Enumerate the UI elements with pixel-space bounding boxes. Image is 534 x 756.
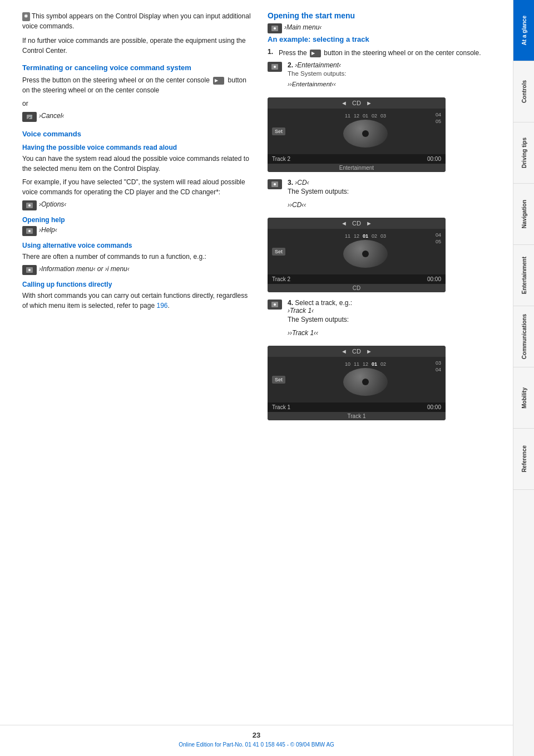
cancel-cmd-text: ›Cancel‹ [39, 112, 64, 120]
cd-body-2: Set 11 12 01 02 03 [268, 229, 446, 274]
cd-header-3-text: ◄ CD ► [341, 348, 372, 355]
sidebar-tab-entertainment[interactable]: Entertainment [513, 245, 534, 306]
cd-track-1: Track 2 [272, 156, 290, 162]
svg-point-7 [28, 269, 31, 271]
cd-subtitle-2: CD [268, 284, 446, 292]
cd-time-1: 00:00 [427, 156, 441, 162]
alt-voice-icon [22, 265, 37, 275]
options-voice-icon [22, 200, 37, 210]
main-content: ✱This symbol appears on the Control Disp… [0, 0, 513, 756]
step-1: 1. Press the ▶ button in the steering wh… [268, 48, 496, 58]
main-menu-cmd-text: ›Main menu‹ [284, 23, 322, 31]
sidebar-tab-controls[interactable]: Controls [513, 61, 534, 122]
cancel-voice-icon: 🎤 [22, 112, 37, 122]
step-1-text: Press the ▶ button in the steering wheel… [279, 48, 496, 58]
functions-directly-heading: Calling up functions directly [22, 281, 251, 288]
cd-body-1: Set 11 12 01 02 03 [268, 109, 446, 154]
step-4-system-outputs: The System outputs: [288, 315, 352, 325]
opening-start-menu-heading: Opening the start menu [268, 11, 496, 20]
cd-header-2-text: ◄ CD ► [341, 220, 372, 227]
left-column: ✱This symbol appears on the Control Disp… [22, 11, 251, 714]
alt-cmd-line: ›Information menu‹ or ›i menu‹ [22, 265, 251, 275]
svg-point-3 [28, 204, 31, 207]
step-3-voice-icon [268, 179, 282, 189]
sidebar-tab-driving-tips[interactable]: Driving tips [513, 122, 534, 184]
alt-commands-para: There are often a number of commands to … [22, 252, 251, 262]
help-cmd-text: ›Help‹ [39, 226, 57, 234]
cd-time-2: 00:00 [427, 276, 441, 282]
cd-set-btn-2: Set [272, 248, 285, 256]
columns: ✱This symbol appears on the Control Disp… [0, 0, 513, 725]
svg-point-11 [274, 66, 276, 68]
read-aloud-para1: You can have the system read aloud the p… [22, 154, 251, 174]
page-wrapper: ✱This symbol appears on the Control Disp… [0, 0, 534, 756]
voice-commands-heading: Voice commands [22, 130, 251, 138]
functions-directly-para: With short commands you can carry out ce… [22, 291, 251, 311]
step-1-num: 1. [268, 48, 275, 58]
help-cmd-line: ›Help‹ [22, 226, 251, 236]
cd-body-3: Set 10 11 12 01 02 [268, 357, 446, 402]
alt-commands-heading: Using alternative voice commands [22, 242, 251, 249]
main-menu-voice-icon [268, 23, 282, 33]
step-4-output: ››Track 1‹‹ [288, 328, 352, 338]
or-text: or [22, 99, 251, 109]
sidebar-tab-mobility-label: Mobility [521, 387, 527, 409]
options-cmd-line: ›Options‹ [22, 200, 251, 210]
sidebar-tab-navigation[interactable]: Navigation [513, 184, 534, 245]
step-4-text: Select a track, e.g.: [295, 299, 352, 307]
sidebar-right: At a glance Controls Driving tips Naviga… [513, 0, 534, 756]
svg-text:🎤: 🎤 [27, 115, 33, 120]
read-aloud-para2: For example, if you have selected "CD", … [22, 177, 251, 197]
sidebar-tab-at-a-glance-label: At a glance [521, 16, 527, 45]
sidebar-tab-at-a-glance[interactable]: At a glance [513, 0, 534, 61]
intro-para2: If no further voice commands are possibl… [22, 36, 251, 56]
sidebar-tab-mobility[interactable]: Mobility [513, 367, 534, 429]
help-voice-icon [22, 226, 37, 236]
step-2-content: 2. ›Entertainment‹ The System outputs: ›… [288, 61, 346, 93]
sidebar-tab-reference[interactable]: Reference [513, 429, 534, 490]
step-2-output: ››Entertainment‹‹ [288, 80, 346, 89]
step-3-output: ››CD‹‹ [288, 200, 349, 210]
step-4: 4. Select a track, e.g.: ›Track 1‹ The S… [268, 299, 496, 341]
sidebar-tab-reference-label: Reference [521, 445, 527, 472]
cd-set-btn-1: Set [272, 127, 285, 135]
svg-point-13 [274, 183, 276, 185]
sidebar-tab-controls-label: Controls [521, 80, 527, 103]
cd-subtitle-1: Entertainment [268, 164, 446, 172]
sidebar-tab-communications[interactable]: Communications [513, 306, 534, 367]
alt-cmd-text: ›Information menu‹ or ›i menu‹ [39, 265, 130, 273]
read-aloud-heading: Having the possible voice commands read … [22, 144, 251, 151]
cd-display-1: ◄ CD ► Set 11 12 01 02 03 [268, 97, 446, 172]
cd-footer-2: Track 2 00:00 [268, 274, 446, 284]
step-3-system-outputs: The System outputs: [288, 186, 349, 197]
cd-set-btn-3: Set [272, 376, 285, 384]
page-number: 23 [0, 731, 513, 739]
sidebar-tab-communications-label: Communications [521, 314, 527, 359]
sidebar-tab-entertainment-label: Entertainment [521, 257, 527, 294]
opening-help-heading: Opening help [22, 216, 251, 224]
cd-footer-1: Track 2 00:00 [268, 154, 446, 164]
options-cmd-text: ›Options‹ [39, 200, 66, 208]
page-ref-link[interactable]: 196 [156, 302, 167, 310]
sidebar-tab-driving-tips-label: Driving tips [521, 138, 527, 168]
sidebar-tab-navigation-label: Navigation [521, 200, 527, 228]
step-2-voice-icon [268, 62, 282, 72]
cd-display-3: ◄ CD ► Set 10 11 12 01 02 [268, 346, 446, 420]
cd-footer-3: Track 1 00:00 [268, 402, 446, 412]
svg-point-9 [274, 27, 276, 30]
cd-track-2: Track 2 [272, 276, 290, 282]
step-4-voice-icon [268, 300, 282, 310]
cd-track-3: Track 1 [272, 404, 290, 410]
step-3: 3. ›CD‹ The System outputs: ››CD‹‹ [268, 179, 496, 213]
cd-header-2: ◄ CD ► [268, 218, 446, 229]
cd-time-3: 00:00 [427, 404, 441, 410]
step-4-cmd: ›Track 1‹ [288, 307, 314, 315]
cd-header-1: ◄ CD ► [268, 97, 446, 109]
step-2-cmd: ›Entertainment‹ [295, 61, 341, 69]
svg-point-5 [28, 230, 31, 232]
cd-header-3: ◄ CD ► [268, 346, 446, 357]
cd-display-2: ◄ CD ► Set 11 12 01 02 03 [268, 218, 446, 292]
page-footer: 23 Online Edition for Part-No. 01 41 0 1… [0, 725, 513, 756]
step-3-cmd: ›CD‹ [295, 179, 309, 186]
cancel-cmd-line: 🎤 ›Cancel‹ [22, 112, 251, 122]
